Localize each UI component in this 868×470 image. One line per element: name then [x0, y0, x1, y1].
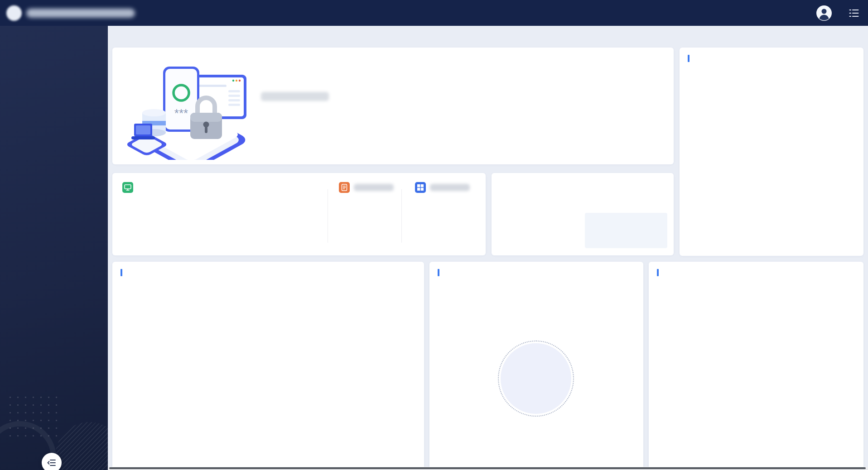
- online-count: [595, 197, 597, 206]
- greeting-blurred-text: [261, 92, 329, 101]
- breadcrumb: [108, 26, 868, 45]
- orange-group-title-blurred: [354, 184, 394, 191]
- document-icon: [339, 182, 350, 193]
- welcome-illustration: ***: [119, 51, 255, 162]
- svg-text:***: ***: [174, 106, 188, 120]
- scrollbar-thumb[interactable]: [109, 467, 866, 469]
- os-assets-panel: [429, 262, 643, 470]
- host-assets-card: [112, 173, 486, 255]
- blue-group-header: [415, 182, 470, 193]
- online-rate-card: [492, 173, 674, 255]
- windows-icon: [415, 182, 426, 193]
- server-status-card: [680, 48, 863, 256]
- blue-group-stat: [420, 207, 452, 211]
- log-info-panel: [649, 262, 863, 470]
- bar-chart-area: [112, 262, 424, 470]
- top-nav: [0, 0, 868, 26]
- app-logo: [0, 5, 159, 21]
- main-content: ***: [108, 45, 868, 470]
- decor-hatch-circle: [55, 422, 108, 470]
- avg-uptime-value: [594, 223, 667, 231]
- log-info-title: [657, 269, 662, 276]
- welcome-card: ***: [112, 48, 674, 164]
- os-center-total: [501, 343, 571, 414]
- menu-icon[interactable]: [849, 9, 859, 17]
- orange-group-stat: [344, 207, 376, 211]
- log-donut-hole: [722, 324, 791, 394]
- divider: [328, 189, 328, 243]
- sidebar-collapse-button[interactable]: [42, 453, 62, 470]
- os-assets-title: [438, 269, 443, 276]
- online-rate-gauge: [500, 178, 563, 244]
- logo-mark-blurred: [6, 5, 22, 21]
- server-status-title: [688, 55, 693, 62]
- horizontal-scrollbar[interactable]: [108, 467, 868, 470]
- sidebar: [0, 26, 108, 470]
- welcome-meta: [258, 116, 372, 123]
- logo-text-blurred: [26, 9, 135, 18]
- welcome-title: [258, 92, 329, 101]
- computer-stats-panel: [112, 262, 424, 470]
- blue-group-title-blurred: [430, 184, 470, 191]
- online-rate-legend[interactable]: [585, 184, 594, 190]
- avg-uptime-box: [585, 213, 667, 248]
- legend-swatch: [585, 184, 591, 190]
- user-menu[interactable]: [816, 5, 836, 21]
- avatar: [816, 5, 832, 21]
- orange-group-header: [339, 182, 394, 193]
- sidebar-menu: [0, 26, 108, 29]
- host-monitor-icon: [122, 182, 133, 193]
- host-assets-header: [122, 182, 137, 193]
- divider: [401, 189, 402, 243]
